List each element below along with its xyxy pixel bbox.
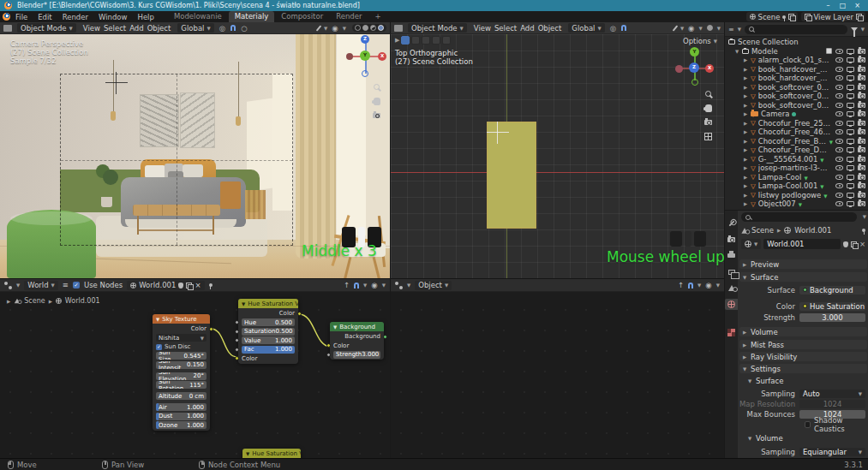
gizmo-y-axis[interactable]: Y bbox=[690, 47, 699, 57]
expand-icon[interactable]: ▶ bbox=[744, 67, 748, 72]
viewport-3d-rendered[interactable]: Camera Perspective (27) Scene Collection… bbox=[0, 34, 390, 278]
view-layer-selector[interactable]: View Layer bbox=[801, 12, 865, 21]
socket-strength-in[interactable] bbox=[326, 353, 331, 357]
expand-icon[interactable]: ▶ bbox=[744, 93, 748, 98]
unlink-icon[interactable]: × bbox=[195, 281, 201, 289]
outliner-item[interactable]: ▶ ▽ Chocofur_Free_Beds_01 bbox=[725, 137, 868, 146]
render-disable-icon[interactable] bbox=[858, 67, 865, 72]
render-disable-icon[interactable] bbox=[858, 103, 865, 108]
maximize-button[interactable]: □ bbox=[836, 0, 849, 11]
outliner-item[interactable]: ▶ ▽ Chocofur_Free_25_Fabrics bbox=[725, 119, 868, 128]
expand-icon[interactable]: ▶ bbox=[744, 157, 748, 162]
hide-eye-icon[interactable] bbox=[835, 193, 843, 198]
gizmo-y-neg[interactable] bbox=[691, 79, 698, 86]
scene-selector[interactable]: Scene bbox=[746, 12, 799, 21]
select-extend-icon[interactable] bbox=[411, 36, 420, 45]
shading-rendered-icon[interactable] bbox=[378, 25, 384, 31]
viewport-disable-icon[interactable] bbox=[847, 165, 854, 170]
render-disable-icon[interactable] bbox=[858, 75, 865, 80]
strength-slider[interactable]: Strength3.000 bbox=[333, 351, 380, 359]
render-disable-icon[interactable] bbox=[858, 157, 865, 162]
tab-render[interactable] bbox=[725, 234, 738, 245]
node-value-slider[interactable]: Fac1.000 bbox=[242, 346, 295, 354]
panel-surface[interactable]: ▼Surface bbox=[739, 272, 867, 282]
gizmo-x-neg[interactable] bbox=[675, 65, 683, 73]
hide-eye-icon[interactable] bbox=[835, 111, 843, 116]
menu-icon[interactable]: ≡ bbox=[63, 281, 69, 289]
snap-magnet-icon[interactable] bbox=[688, 283, 693, 289]
camera-view-icon[interactable] bbox=[373, 113, 380, 118]
overlays-icon[interactable]: ◉ bbox=[688, 24, 694, 33]
menubar-menu[interactable]: Window bbox=[93, 13, 133, 21]
render-disable-icon[interactable] bbox=[858, 129, 865, 134]
hide-eye-icon[interactable] bbox=[835, 103, 843, 108]
shader-editor-object[interactable]: ▼ Object▼ ↑ ▼ ◉▼ bbox=[390, 278, 724, 458]
pan-tool-icon[interactable] bbox=[374, 98, 380, 105]
expand-icon[interactable]: ▶ bbox=[744, 75, 748, 80]
select-subtract-icon[interactable] bbox=[422, 36, 430, 45]
node-hue-saturation-value[interactable]: ▼Hue Saturation Value Color Hue0.500 Sat… bbox=[238, 299, 298, 364]
node-value-slider[interactable]: Sun Elevation20° bbox=[156, 372, 207, 380]
outliner-search-input[interactable] bbox=[745, 25, 847, 34]
expand-icon[interactable]: ▶ bbox=[744, 147, 748, 152]
hide-eye-icon[interactable] bbox=[835, 85, 843, 90]
gizmo-z-axis[interactable]: Z bbox=[361, 35, 369, 44]
viewport-disable-icon[interactable] bbox=[847, 121, 854, 126]
expand-icon[interactable]: ▶ bbox=[744, 103, 748, 108]
snap-magnet-icon[interactable] bbox=[621, 25, 626, 31]
node-sky-texture[interactable]: ▼Sky Texture Color Nishita▼ ✓Sun Disc Su… bbox=[153, 314, 210, 431]
viewport-disable-icon[interactable] bbox=[847, 57, 854, 62]
viewport-disable-icon[interactable] bbox=[847, 75, 854, 80]
render-disable-icon[interactable] bbox=[858, 139, 865, 144]
expand-icon[interactable]: ▶ bbox=[744, 193, 748, 198]
overlays-icon[interactable]: ◉ bbox=[705, 281, 711, 289]
editor-type-icon[interactable] bbox=[395, 282, 403, 289]
new-datablock-icon[interactable] bbox=[851, 241, 857, 247]
pin-icon[interactable] bbox=[862, 229, 865, 232]
hide-eye-icon[interactable] bbox=[835, 49, 843, 54]
volume-sampling-dropdown[interactable]: Equiangular▼ bbox=[799, 448, 865, 456]
viewport-disable-icon[interactable] bbox=[847, 175, 854, 180]
socket-color-in[interactable] bbox=[326, 343, 331, 348]
editor-type-icon[interactable] bbox=[3, 25, 12, 32]
color-value-button[interactable]: Hue Saturation Value bbox=[799, 302, 865, 311]
expand-icon[interactable]: ▶ bbox=[744, 85, 748, 90]
gizmo-x-axis[interactable]: X bbox=[705, 64, 714, 73]
hide-eye-icon[interactable] bbox=[835, 93, 843, 98]
node-value-slider[interactable]: Saturation0.500 bbox=[242, 328, 295, 336]
node-value-slider[interactable]: Ozone1.000 bbox=[156, 421, 207, 429]
workspace-tab[interactable]: Render bbox=[330, 11, 368, 22]
outliner-item[interactable]: ▶ ▽ Object007 bbox=[725, 199, 868, 209]
hide-eye-icon[interactable] bbox=[835, 67, 843, 72]
new-scene-icon[interactable] bbox=[788, 14, 794, 20]
socket-value-in[interactable] bbox=[235, 330, 239, 334]
surface-value-button[interactable]: Background bbox=[799, 286, 865, 294]
outliner-item[interactable]: ▶ ▽ Lampa-Cool bbox=[725, 173, 868, 182]
blender-menu-icon[interactable] bbox=[3, 13, 10, 21]
node-value-slider[interactable]: Sun Rotation115° bbox=[156, 381, 207, 389]
workspace-tab[interactable]: Materialy bbox=[229, 11, 275, 22]
use-nodes-checkbox[interactable]: ✓ bbox=[73, 282, 80, 289]
tab-tool[interactable] bbox=[725, 217, 738, 229]
render-disable-icon[interactable] bbox=[858, 57, 865, 62]
pivot-icon[interactable]: ◎ bbox=[610, 24, 616, 33]
outliner-item[interactable]: ▶ ▽ josep-martins-l3-erg8nPRU-unsp bbox=[725, 164, 868, 173]
gizmo-x-neg[interactable] bbox=[346, 53, 353, 60]
viewport-menu[interactable]: Object bbox=[146, 24, 173, 33]
socket-color-out[interactable] bbox=[297, 312, 302, 316]
panel-mist-pass[interactable]: ▶Mist Pass bbox=[739, 340, 867, 349]
proportional-icon[interactable]: ○ bbox=[241, 24, 247, 33]
hide-eye-icon[interactable] bbox=[835, 57, 843, 62]
sun-disc-checkbox[interactable]: ✓Sun Disc bbox=[156, 343, 207, 351]
orientation-dropdown[interactable]: Global▼ bbox=[568, 23, 604, 33]
expand-icon[interactable]: ▶ bbox=[744, 121, 748, 126]
mode-dropdown[interactable]: Object Mode▼ bbox=[17, 23, 76, 33]
gizmo-z-axis[interactable]: Z bbox=[689, 62, 699, 73]
node-value-slider[interactable]: Sun Intensit0.150 bbox=[156, 361, 207, 369]
render-disable-icon[interactable] bbox=[858, 193, 865, 198]
world-datablock-selector[interactable]: World.001 × bbox=[127, 281, 204, 290]
tab-output[interactable] bbox=[725, 250, 738, 261]
zoom-tool-icon[interactable] bbox=[705, 91, 711, 97]
viewport-menu[interactable]: Object bbox=[536, 24, 564, 33]
select-new-icon[interactable] bbox=[401, 36, 410, 45]
